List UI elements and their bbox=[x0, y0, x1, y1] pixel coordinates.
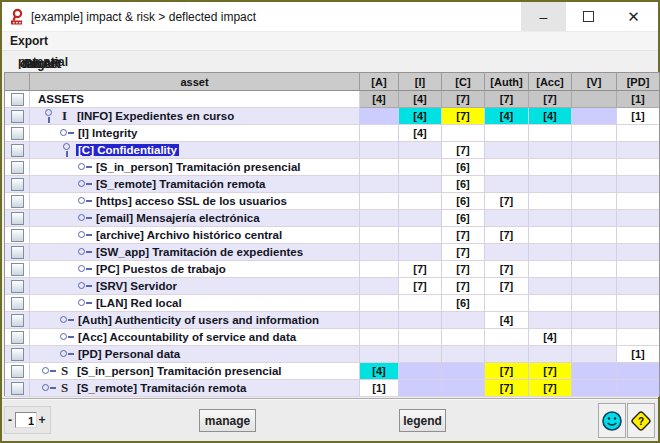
value-cell[interactable] bbox=[529, 159, 572, 176]
value-cell[interactable]: [4] bbox=[529, 329, 572, 346]
value-cell[interactable]: [7] bbox=[529, 91, 572, 108]
value-cell[interactable] bbox=[529, 261, 572, 278]
value-cell[interactable] bbox=[572, 312, 617, 329]
header-c[interactable]: [C] bbox=[442, 73, 485, 91]
value-cell[interactable] bbox=[572, 295, 617, 312]
value-cell[interactable] bbox=[485, 295, 529, 312]
value-cell[interactable] bbox=[572, 142, 617, 159]
value-cell[interactable] bbox=[617, 380, 659, 397]
value-cell[interactable] bbox=[360, 295, 399, 312]
asset-cell[interactable]: [email] Mensajería electrónica bbox=[30, 210, 360, 227]
value-cell[interactable]: [4] bbox=[360, 363, 399, 380]
value-cell[interactable] bbox=[572, 176, 617, 193]
header-pd[interactable]: [PD] bbox=[617, 73, 659, 91]
value-cell[interactable]: [4] bbox=[529, 108, 572, 125]
value-cell[interactable] bbox=[572, 125, 617, 142]
value-cell[interactable] bbox=[529, 227, 572, 244]
value-cell[interactable] bbox=[360, 346, 399, 363]
table-row[interactable]: I[INFO] Expedientes en curso[4][7][4][4]… bbox=[5, 108, 659, 125]
value-cell[interactable] bbox=[617, 261, 659, 278]
tree-expand-handle-icon[interactable] bbox=[78, 245, 92, 259]
value-cell[interactable] bbox=[360, 244, 399, 261]
table-row[interactable]: [email] Mensajería electrónica[6] bbox=[5, 210, 659, 227]
asset-cell[interactable]: S[S_in_person] Tramitación presencial bbox=[30, 363, 360, 380]
table-row[interactable]: [LAN] Red local[6] bbox=[5, 295, 659, 312]
value-cell[interactable]: [7] bbox=[485, 380, 529, 397]
value-cell[interactable]: [7] bbox=[485, 278, 529, 295]
header-i[interactable]: [I] bbox=[399, 73, 442, 91]
tree-expand-handle-icon[interactable] bbox=[60, 313, 74, 327]
row-checkbox[interactable] bbox=[5, 312, 30, 329]
value-cell[interactable] bbox=[360, 159, 399, 176]
row-checkbox[interactable] bbox=[5, 261, 30, 278]
asset-cell[interactable]: [SW_app] Tramitación de expedientes bbox=[30, 244, 360, 261]
mood-button[interactable] bbox=[598, 403, 626, 438]
value-cell[interactable]: [7] bbox=[442, 142, 485, 159]
spinner-plus-button[interactable]: + bbox=[37, 413, 47, 427]
menu-export[interactable]: Export bbox=[2, 34, 56, 48]
value-cell[interactable] bbox=[442, 363, 485, 380]
asset-cell[interactable]: S[S_remote] Tramitación remota bbox=[30, 380, 360, 397]
value-cell[interactable] bbox=[529, 142, 572, 159]
row-checkbox[interactable] bbox=[5, 329, 30, 346]
row-checkbox[interactable] bbox=[5, 227, 30, 244]
value-cell[interactable] bbox=[529, 125, 572, 142]
tree-expand-handle-icon[interactable] bbox=[78, 194, 92, 208]
value-cell[interactable] bbox=[572, 193, 617, 210]
value-cell[interactable] bbox=[399, 210, 442, 227]
value-cell[interactable]: [4] bbox=[399, 91, 442, 108]
tree-expand-handle-icon[interactable] bbox=[78, 177, 92, 191]
value-cell[interactable] bbox=[485, 244, 529, 261]
row-checkbox[interactable] bbox=[5, 91, 30, 108]
close-button[interactable]: ✕ bbox=[611, 2, 656, 31]
value-cell[interactable] bbox=[485, 159, 529, 176]
table-row[interactable]: [Auth] Authenticity of users and informa… bbox=[5, 312, 659, 329]
value-cell[interactable]: [1] bbox=[617, 346, 659, 363]
value-cell[interactable]: [6] bbox=[442, 159, 485, 176]
value-cell[interactable]: [7] bbox=[529, 363, 572, 380]
header-auth[interactable]: [Auth] bbox=[485, 73, 529, 91]
value-cell[interactable] bbox=[442, 346, 485, 363]
value-cell[interactable] bbox=[617, 159, 659, 176]
help-button[interactable]: ? bbox=[627, 403, 655, 438]
value-cell[interactable] bbox=[529, 278, 572, 295]
table-row[interactable]: [SW_app] Tramitación de expedientes[7] bbox=[5, 244, 659, 261]
value-cell[interactable] bbox=[529, 312, 572, 329]
value-cell[interactable] bbox=[485, 210, 529, 227]
value-cell[interactable] bbox=[399, 193, 442, 210]
value-cell[interactable] bbox=[360, 210, 399, 227]
asset-cell[interactable]: [PC] Puestos de trabajo bbox=[30, 261, 360, 278]
value-cell[interactable]: [1] bbox=[617, 108, 659, 125]
asset-cell[interactable]: [https] acceso SSL de los usuarios bbox=[30, 193, 360, 210]
table-row[interactable]: S[S_in_person] Tramitación presencial[4]… bbox=[5, 363, 659, 380]
value-cell[interactable] bbox=[617, 142, 659, 159]
header-asset[interactable]: asset bbox=[30, 73, 360, 91]
tree-expand-handle-icon[interactable] bbox=[60, 330, 74, 344]
header-acc[interactable]: [Acc] bbox=[529, 73, 572, 91]
value-cell[interactable] bbox=[399, 329, 442, 346]
value-cell[interactable]: [7] bbox=[442, 91, 485, 108]
value-cell[interactable] bbox=[442, 125, 485, 142]
value-cell[interactable] bbox=[617, 278, 659, 295]
row-checkbox[interactable] bbox=[5, 176, 30, 193]
table-row[interactable]: [S_remote] Tramitación remota[6] bbox=[5, 176, 659, 193]
value-cell[interactable]: [4] bbox=[485, 108, 529, 125]
value-cell[interactable]: [7] bbox=[399, 278, 442, 295]
value-cell[interactable] bbox=[442, 312, 485, 329]
value-cell[interactable] bbox=[529, 176, 572, 193]
value-cell[interactable]: [6] bbox=[442, 210, 485, 227]
value-cell[interactable]: [7] bbox=[485, 193, 529, 210]
value-cell[interactable] bbox=[399, 363, 442, 380]
asset-cell[interactable]: [Acc] Accountability of service and data bbox=[30, 329, 360, 346]
asset-cell[interactable]: [LAN] Red local bbox=[30, 295, 360, 312]
value-cell[interactable] bbox=[572, 346, 617, 363]
tree-expand-handle-icon[interactable] bbox=[60, 126, 74, 140]
value-cell[interactable] bbox=[360, 312, 399, 329]
value-cell[interactable] bbox=[529, 346, 572, 363]
value-cell[interactable] bbox=[529, 295, 572, 312]
tree-expand-handle-icon[interactable] bbox=[42, 381, 56, 395]
value-cell[interactable]: [4] bbox=[360, 91, 399, 108]
value-cell[interactable] bbox=[617, 227, 659, 244]
asset-cell[interactable]: [S_remote] Tramitación remota bbox=[30, 176, 360, 193]
value-cell[interactable] bbox=[485, 142, 529, 159]
